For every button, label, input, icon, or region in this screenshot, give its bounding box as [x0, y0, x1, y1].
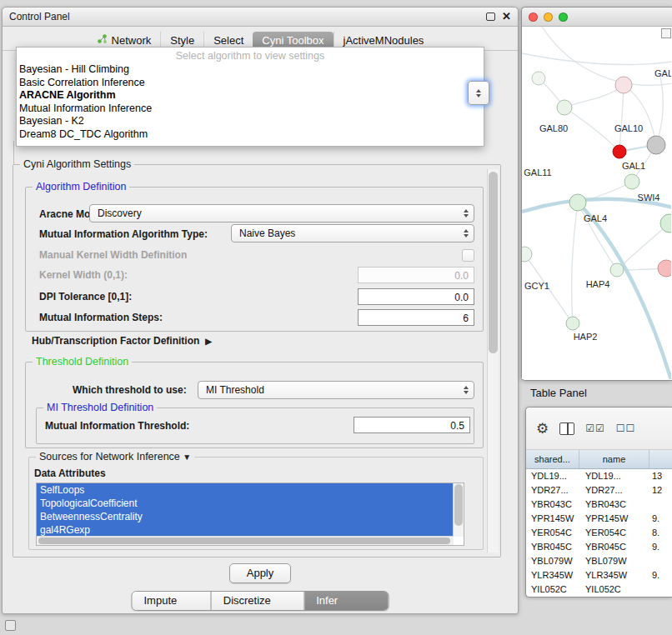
table-row[interactable]: YLR345WYLR345W9. — [526, 568, 672, 582]
network-edge[interactable] — [624, 85, 656, 145]
close-traffic-light-icon[interactable] — [529, 12, 538, 22]
network-node-label: GAL1 — [622, 161, 645, 171]
minimize-traffic-light-icon[interactable] — [544, 12, 553, 22]
cell: YLR345W — [526, 568, 579, 582]
table-row[interactable]: YBR043CYBR043C — [526, 498, 672, 512]
network-node[interactable] — [566, 317, 579, 330]
gear-icon[interactable]: ⚙ — [536, 422, 549, 436]
close-icon[interactable]: ✕ — [502, 12, 511, 22]
network-node[interactable] — [569, 194, 586, 211]
unselect-all-columns-icon[interactable]: ☐☐ — [616, 423, 636, 433]
table-row[interactable]: YDR27...YDR27...12 — [526, 483, 672, 498]
network-node-label: GAL4 — [584, 213, 607, 223]
tab-infer-network[interactable]: Infer Network — [303, 592, 388, 610]
list-hscrollbar-thumb[interactable] — [38, 538, 450, 544]
network-window-titlebar[interactable] — [522, 8, 672, 27]
list-item[interactable]: TopologicalCoefficient — [37, 497, 454, 510]
hub-definition-label: Hub/Transcription Factor Definition — [32, 335, 199, 347]
apply-button[interactable]: Apply — [229, 563, 291, 583]
cell: 13 — [649, 469, 672, 483]
tab-discretize-data[interactable]: Discretize Data — [211, 592, 303, 610]
select-all-columns-icon[interactable]: ☑☑ — [585, 423, 605, 433]
network-edge[interactable] — [564, 108, 619, 152]
network-node[interactable] — [615, 77, 632, 93]
dropdown-item[interactable]: Bayesian - Hill Climbing — [17, 63, 484, 77]
float-window-icon[interactable] — [486, 12, 495, 21]
zoom-traffic-light-icon[interactable] — [559, 12, 568, 22]
cell: YIL052C — [579, 582, 649, 597]
columns-icon[interactable] — [559, 422, 574, 435]
network-graph[interactable]: GAL80GAL10GAL11GAL1SWI4GAL4GCY1HAP4HAP2G… — [522, 27, 671, 379]
cell: YBR045C — [526, 540, 579, 554]
desktop: Control Panel ✕ Network Style Se — [0, 0, 672, 635]
table-row[interactable]: YPR145WYPR145W9. — [526, 512, 672, 526]
column-header-partial[interactable] — [649, 450, 672, 468]
network-edge[interactable] — [542, 27, 671, 85]
list-scrollbar-thumb[interactable] — [454, 484, 463, 526]
cell: 9. — [649, 512, 672, 526]
sources-group-title[interactable]: Sources for Network Inference ▼ — [36, 451, 194, 462]
mi-steps-field[interactable]: 6 — [358, 309, 474, 326]
network-edge[interactable] — [572, 202, 578, 323]
network-node[interactable] — [522, 247, 532, 262]
table-row[interactable]: YBL079WYBL079W — [526, 554, 672, 568]
mi-threshold-label: Mutual Information Threshold: — [45, 420, 189, 432]
table-row[interactable]: YDL19...YDL19...13 — [526, 469, 672, 483]
data-attributes-list[interactable]: SelfLoops TopologicalCoefficient Between… — [36, 482, 464, 546]
network-node[interactable] — [532, 72, 545, 85]
tab-impute-data[interactable]: Impute Data — [133, 592, 211, 610]
network-node[interactable] — [624, 174, 639, 189]
network-edge[interactable] — [619, 85, 624, 152]
cell: YLR345W — [579, 568, 649, 582]
dpi-tolerance-field[interactable]: 0.0 — [358, 288, 474, 305]
data-attributes-label: Data Attributes — [34, 468, 106, 479]
network-canvas[interactable]: GAL80GAL10GAL11GAL1SWI4GAL4GCY1HAP4HAP2G… — [522, 27, 672, 379]
dropdown-item[interactable]: Dream8 DC_TDC Algorithm — [17, 128, 484, 142]
cell: YDL19... — [526, 469, 579, 483]
minimized-panel-icon[interactable] — [5, 620, 16, 631]
mi-type-label: Mutual Information Algorithm Type: — [39, 228, 208, 240]
dropdown-item[interactable]: Mutual Information Inference — [17, 102, 484, 116]
network-node[interactable] — [658, 260, 671, 277]
network-node-label: GAL11 — [524, 168, 551, 178]
list-item[interactable]: BetweennessCentrality — [37, 510, 454, 523]
aracne-mode-select[interactable]: Discovery — [89, 204, 474, 222]
dropdown-item[interactable]: Basic Correlation Inference — [17, 77, 484, 90]
network-node[interactable] — [613, 145, 626, 158]
mi-threshold-field[interactable]: 0.5 — [354, 417, 470, 433]
settings-scrollbar[interactable] — [487, 169, 499, 552]
cell: 9. — [649, 568, 672, 582]
algorithm-combo-button[interactable] — [468, 81, 489, 105]
table-row[interactable]: YER054CYER054C8. — [526, 526, 672, 540]
kernel-width-field[interactable]: 0.0 — [358, 267, 474, 283]
control-panel-titlebar[interactable]: Control Panel ✕ — [3, 8, 518, 27]
list-item[interactable]: gal4RGexp — [37, 523, 454, 537]
list-item[interactable]: SelfLoops — [37, 483, 454, 497]
cyni-algorithm-settings-group: Cyni Algorithm Settings Algorithm Defini… — [13, 164, 501, 558]
network-node[interactable] — [610, 263, 624, 277]
network-edge[interactable] — [656, 77, 663, 145]
hub-definition-toggle[interactable]: Hub/Transcription Factor Definition ▶ — [32, 335, 212, 347]
dropdown-item[interactable]: Bayesian - K2 — [17, 115, 484, 128]
birdseye-toggle-icon[interactable] — [661, 28, 671, 38]
which-threshold-select[interactable]: MI Threshold — [198, 381, 474, 399]
mi-type-select[interactable]: Naive Bayes — [231, 224, 474, 242]
network-edge[interactable] — [522, 53, 671, 65]
settings-scrollbar-thumb[interactable] — [489, 172, 498, 353]
column-header-shared-name[interactable]: shared... — [526, 450, 579, 468]
network-node[interactable] — [557, 100, 572, 115]
list-vertical-scrollbar[interactable] — [453, 483, 464, 537]
table-row[interactable]: YIL052CYIL052C — [526, 582, 672, 597]
table-row[interactable]: YBR045CYBR045C9. — [526, 540, 672, 554]
table-toolbar: ⚙ ☑☑ ☐☐ — [526, 408, 672, 450]
network-edge[interactable] — [564, 85, 624, 108]
network-node[interactable] — [647, 136, 665, 154]
bottom-tab-bar: Impute Data Discretize Data Infer Networ… — [132, 591, 389, 611]
column-header-name[interactable]: name — [579, 450, 649, 468]
cell: 12 — [649, 483, 672, 498]
control-panel-window: Control Panel ✕ Network Style Se — [2, 7, 519, 614]
sources-group: Sources for Network Inference ▼ Data Att… — [28, 457, 484, 550]
list-horizontal-scrollbar[interactable] — [37, 536, 454, 545]
dropdown-item-selected[interactable]: ARACNE Algorithm — [17, 89, 484, 102]
manual-kernel-checkbox[interactable] — [462, 249, 474, 262]
